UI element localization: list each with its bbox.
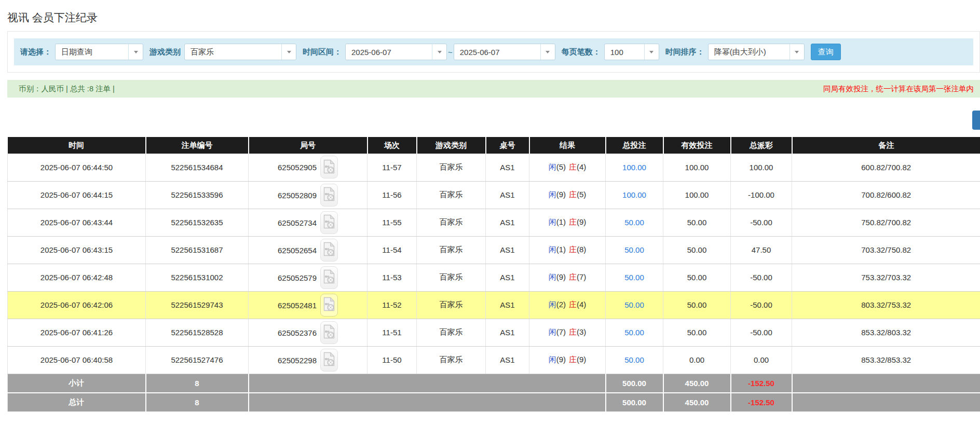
table-row[interactable]: 2025-06-07 06:42:06 522561529743 6250524…: [8, 291, 980, 319]
video-file-icon: [323, 242, 335, 258]
chevron-down-icon[interactable]: [432, 44, 446, 60]
banker-result-label: 庄: [569, 355, 577, 364]
round-number: 625052905: [278, 163, 317, 172]
column-header: 时间: [8, 137, 146, 154]
video-replay-button[interactable]: [320, 184, 338, 207]
filter-bar: 请选择： 日期查询 游戏类别 百家乐 时间区间： 2025-06-07 ~ 20…: [14, 38, 973, 65]
total-bet-link[interactable]: 50.00: [624, 355, 644, 364]
page-size-value: 100: [605, 44, 644, 60]
table-row[interactable]: 2025-06-07 06:44:50 522561534684 6250529…: [8, 154, 980, 181]
video-file-icon: [323, 214, 335, 230]
total-bet-link[interactable]: 50.00: [624, 300, 644, 309]
time-cell: 2025-06-07 06:44:50: [8, 154, 146, 181]
footer-valid-bet-cell: 450.00: [663, 393, 731, 412]
game-type-cell: 百家乐: [417, 319, 486, 346]
game-type-value: 百家乐: [185, 44, 281, 60]
bet-id-cell: 522561533596: [146, 181, 249, 209]
total-bet-cell: 50.00: [606, 264, 663, 291]
total-bet-link[interactable]: 50.00: [624, 218, 644, 227]
result-cell: 闲(9)庄(7): [529, 264, 606, 291]
chevron-down-icon[interactable]: [281, 44, 296, 60]
valid-bet-cell: 50.00: [663, 209, 731, 236]
footer-spacer-cell: [249, 393, 606, 412]
result-cell: 闲(1)庄(8): [529, 236, 606, 264]
session-cell: 11-50: [367, 346, 417, 374]
table-no-cell: AS1: [486, 264, 529, 291]
video-replay-button[interactable]: [320, 294, 338, 317]
valid-bet-cell: 50.00: [663, 236, 731, 264]
total-bet-link[interactable]: 100.00: [622, 163, 646, 172]
sort-order-select[interactable]: 降幂(由大到小): [708, 44, 805, 60]
round-number: 625052579: [278, 273, 317, 282]
round-number: 625052376: [278, 328, 317, 337]
video-replay-button[interactable]: [320, 349, 338, 372]
video-replay-button[interactable]: [320, 239, 338, 262]
note-cell: 703.32/750.82: [792, 236, 980, 264]
table-row[interactable]: 2025-06-07 06:42:48 522561531002 6250525…: [8, 264, 980, 291]
video-replay-button[interactable]: [320, 156, 338, 179]
banker-result-points: (8): [577, 245, 586, 254]
sort-order-label: 时间排序：: [665, 47, 704, 57]
tilde-separator: ~: [448, 48, 453, 57]
total-bet-link[interactable]: 50.00: [624, 328, 644, 337]
footer-spacer-cell: [249, 374, 606, 393]
table-no-cell: AS1: [486, 291, 529, 319]
table-no-cell: AS1: [486, 209, 529, 236]
total-bet-link[interactable]: 50.00: [624, 273, 644, 282]
query-type-select[interactable]: 日期查询: [55, 44, 143, 60]
date-to-select[interactable]: 2025-06-07: [454, 44, 555, 60]
banker-result-points: (9): [577, 355, 586, 364]
valid-bet-notice-text: 同局有效投注，统一计算在该局第一张注单内: [823, 84, 974, 94]
video-replay-button[interactable]: [320, 211, 338, 234]
chevron-down-icon[interactable]: [540, 44, 555, 60]
banker-result-label: 庄: [569, 190, 577, 199]
round-cell: 625052809: [249, 181, 367, 209]
date-to-value: 2025-06-07: [454, 44, 540, 60]
date-from-select[interactable]: 2025-06-07: [345, 44, 447, 60]
search-button[interactable]: 查询: [811, 44, 841, 60]
table-row[interactable]: 2025-06-07 06:43:15 522561531687 6250526…: [8, 236, 980, 264]
player-result-label: 闲: [549, 272, 556, 281]
video-replay-button[interactable]: [320, 321, 338, 344]
column-header: 注单编号: [146, 137, 249, 154]
time-cell: 2025-06-07 06:43:44: [8, 209, 146, 236]
column-header: 游戏类别: [417, 137, 486, 154]
note-cell: 753.32/703.32: [792, 264, 980, 291]
table-row[interactable]: 2025-06-07 06:43:44 522561532635 6250527…: [8, 209, 980, 236]
video-file-icon: [323, 187, 335, 203]
player-result-points: (9): [556, 190, 566, 199]
game-type-cell: 百家乐: [417, 154, 486, 181]
table-row[interactable]: 2025-06-07 06:44:15 522561533596 6250528…: [8, 181, 980, 209]
table-row[interactable]: 2025-06-07 06:40:58 522561527476 6250522…: [8, 346, 980, 374]
bet-id-cell: 522561528528: [146, 319, 249, 346]
round-cell: 625052654: [249, 236, 367, 264]
page-size-select[interactable]: 100: [604, 44, 659, 60]
subtotal-row: 小计 8 500.00 450.00 -152.50: [8, 374, 980, 393]
total-bet-cell: 100.00: [606, 181, 663, 209]
note-cell: 700.82/600.82: [792, 181, 980, 209]
footer-payout-cell: -152.50: [731, 374, 792, 393]
game-type-cell: 百家乐: [417, 291, 486, 319]
player-result-points: (9): [556, 355, 566, 364]
bet-id-cell: 522561531687: [146, 236, 249, 264]
chevron-down-icon[interactable]: [644, 44, 659, 60]
footer-label-cell: 小计: [8, 374, 146, 393]
edge-partial-button[interactable]: [972, 111, 980, 130]
player-result-label: 闲: [549, 190, 556, 199]
game-type-select[interactable]: 百家乐: [184, 44, 296, 60]
player-result-points: (5): [556, 162, 566, 171]
table-row[interactable]: 2025-06-07 06:41:26 522561528528 6250523…: [8, 319, 980, 346]
video-file-icon: [323, 297, 335, 313]
player-result-points: (7): [556, 327, 566, 336]
total-bet-cell: 50.00: [606, 319, 663, 346]
chevron-down-icon[interactable]: [128, 44, 143, 60]
total-bet-link[interactable]: 100.00: [622, 190, 646, 199]
footer-label-cell: 总计: [8, 393, 146, 412]
round-number: 625052809: [278, 190, 317, 199]
banker-result-label: 庄: [569, 300, 577, 309]
payout-cell: -50.00: [731, 264, 792, 291]
result-cell: 闲(5)庄(4): [529, 154, 606, 181]
chevron-down-icon[interactable]: [790, 44, 804, 60]
video-replay-button[interactable]: [320, 266, 338, 289]
total-bet-link[interactable]: 50.00: [624, 245, 644, 254]
